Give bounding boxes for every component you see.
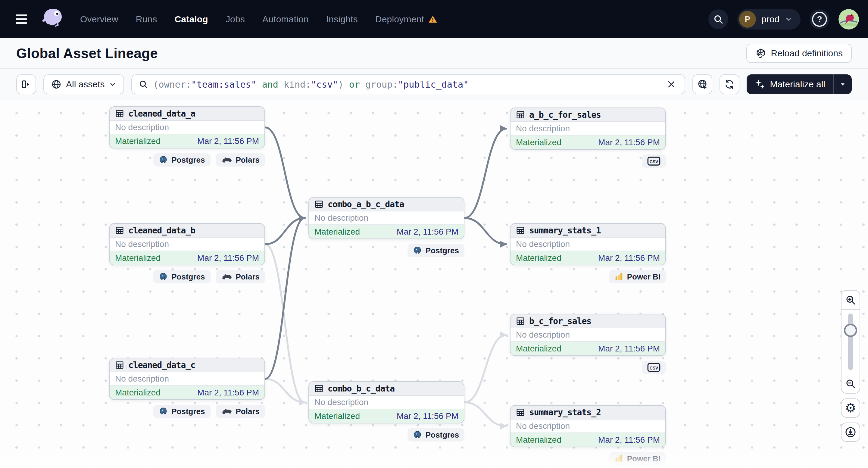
asset-node-header: cleaned_data_b: [110, 224, 265, 238]
asset-node-combo_b_c_data[interactable]: combo_b_c_dataNo descriptionMaterialized…: [308, 381, 464, 424]
dagster-logo[interactable]: [40, 6, 66, 32]
nav-item-overview[interactable]: Overview: [80, 14, 118, 24]
nav-item-label: Jobs: [225, 14, 245, 24]
asset-node-header: summary_stats_1: [510, 224, 665, 238]
nav-item-runs[interactable]: Runs: [136, 14, 157, 24]
table-icon: [314, 384, 323, 393]
asset-node-combo_a_b_c_data[interactable]: combo_a_b_c_dataNo descriptionMaterializ…: [308, 197, 464, 239]
asset-node-summary_stats_1[interactable]: summary_stats_1No descriptionMaterialize…: [510, 223, 666, 265]
asset-node-summary_stats_2[interactable]: summary_stats_2No descriptionMaterialize…: [510, 405, 666, 447]
zoom-out-button[interactable]: [841, 374, 860, 393]
kind-tag-label: Postgres: [172, 155, 205, 165]
nav-item-deployment[interactable]: Deployment: [375, 14, 437, 24]
asset-name: combo_b_c_data: [328, 384, 395, 394]
materialized-timestamp: Mar 2, 11:56 PM: [397, 227, 458, 237]
csv-icon: CSV: [647, 363, 660, 372]
asset-node-header: a_b_c_for_sales: [510, 108, 665, 122]
asset-search-input[interactable]: (owner:"team:sales" and kind:"csv") or g…: [131, 74, 685, 94]
nav-item-label: Catalog: [175, 14, 208, 24]
chevron-down-icon: [109, 81, 116, 88]
asset-description: No description: [510, 419, 665, 433]
materialized-status: Materialized: [115, 136, 160, 146]
add-to-catalog-button[interactable]: [692, 74, 712, 94]
nav-item-catalog[interactable]: Catalog: [175, 14, 208, 24]
materialize-options-button[interactable]: [834, 74, 852, 94]
powerbi-icon: [614, 272, 623, 281]
search-query-text: (owner:"team:sales" and kind:"csv") or g…: [153, 79, 659, 90]
asset-status-row: MaterializedMar 2, 11:56 PM: [110, 386, 265, 399]
toggle-sidebar-button[interactable]: [16, 74, 36, 94]
table-icon: [314, 200, 323, 209]
lineage-edge-cleaned_data_c-to-combo_b_c_data: [265, 379, 305, 402]
zoom-control-panel: [841, 290, 860, 394]
polars-icon: [221, 156, 232, 164]
csv-icon: CSV: [647, 156, 660, 166]
asset-kind-tags: PostgresPolars: [109, 153, 265, 166]
zoom-slider-track[interactable]: [848, 313, 853, 370]
asset-status-row: MaterializedMar 2, 11:56 PM: [309, 409, 464, 423]
panel-expand-icon: [21, 79, 32, 90]
refresh-button[interactable]: [719, 74, 739, 94]
nav-links: OverviewRunsCatalogJobsAutomationInsight…: [80, 14, 437, 24]
zoom-in-button[interactable]: [841, 291, 860, 310]
asset-status-row: MaterializedMar 2, 11:56 PM: [510, 251, 665, 265]
materialized-timestamp: Mar 2, 11:56 PM: [598, 435, 660, 445]
asset-description: No description: [510, 122, 665, 135]
postgres-icon: [159, 272, 168, 281]
asset-scope-dropdown[interactable]: All assets: [43, 74, 124, 94]
kind-tag-label: Postgres: [172, 407, 205, 416]
asset-kind-tags: Postgres: [308, 428, 464, 441]
kind-tag-polars: Polars: [216, 153, 265, 166]
svg-text:CSV: CSV: [650, 366, 658, 370]
global-search-button[interactable]: [708, 9, 728, 29]
asset-node-b_c_for_sales[interactable]: b_c_for_salesNo descriptionMaterializedM…: [510, 314, 666, 356]
clear-search-button[interactable]: [665, 78, 678, 91]
nav-item-label: Deployment: [375, 14, 424, 24]
asset-status-row: MaterializedMar 2, 11:56 PM: [309, 225, 464, 239]
postgres-icon: [413, 430, 422, 439]
user-avatar[interactable]: [838, 9, 859, 30]
materialize-all-main[interactable]: Materialize all: [747, 74, 833, 94]
help-button[interactable]: ?: [810, 9, 830, 29]
materialize-all-button[interactable]: Materialize all: [747, 74, 852, 94]
asset-node-header: summary_stats_2: [510, 406, 665, 419]
page-header: Global Asset Lineage Reload definitions: [0, 38, 868, 69]
asset-node-cleaned_data_a[interactable]: cleaned_data_aNo descriptionMaterialized…: [109, 106, 265, 149]
asset-name: cleaned_data_a: [128, 109, 195, 119]
asset-description: No description: [309, 211, 464, 225]
workspace-switcher[interactable]: P prod: [737, 9, 801, 30]
asset-description: No description: [510, 328, 665, 342]
kind-tag-label: Power BI: [627, 272, 660, 282]
materialize-all-label: Materialize all: [770, 79, 825, 89]
materialized-status: Materialized: [115, 253, 160, 263]
lineage-edge-combo_a_b_c_data-to-a_b_c_for_sales: [464, 129, 506, 218]
chevron-down-icon: [785, 15, 793, 23]
nav-item-automation[interactable]: Automation: [262, 14, 309, 24]
materialized-timestamp: Mar 2, 11:56 PM: [397, 411, 458, 421]
asset-node-header: b_c_for_sales: [510, 314, 665, 328]
materialized-status: Materialized: [516, 344, 561, 353]
nav-item-insights[interactable]: Insights: [326, 14, 358, 24]
asset-node-a_b_c_for_sales[interactable]: a_b_c_for_salesNo descriptionMaterialize…: [510, 107, 666, 150]
nav-item-jobs[interactable]: Jobs: [225, 14, 245, 24]
query-segment: "csv": [311, 79, 338, 90]
lineage-canvas[interactable]: cleaned_data_aNo descriptionMaterialized…: [0, 100, 868, 468]
download-image-button[interactable]: [841, 423, 860, 442]
query-segment: or: [349, 79, 365, 90]
materialized-status: Materialized: [516, 435, 561, 445]
asset-node-cleaned_data_b[interactable]: cleaned_data_bNo descriptionMaterialized…: [109, 223, 265, 265]
asset-kind-tags: Power BI: [510, 452, 666, 465]
kind-tag-power-bi: Power BI: [609, 452, 666, 465]
zoom-slider[interactable]: [841, 310, 860, 374]
graph-settings-button[interactable]: ⚙: [841, 399, 860, 418]
zoom-slider-thumb[interactable]: [844, 324, 857, 337]
sparkle-icon: [754, 79, 765, 90]
hamburger-menu-icon[interactable]: [16, 10, 35, 29]
asset-node-cleaned_data_c[interactable]: cleaned_data_cNo descriptionMaterialized…: [109, 358, 265, 400]
query-segment: ): [338, 79, 349, 90]
reload-definitions-button[interactable]: Reload definitions: [746, 44, 852, 63]
nav-right: P prod ?: [708, 9, 859, 30]
asset-kind-tags: Power BI: [510, 270, 666, 283]
asset-name: summary_stats_2: [529, 407, 601, 417]
materialized-timestamp: Mar 2, 11:56 PM: [197, 388, 259, 398]
